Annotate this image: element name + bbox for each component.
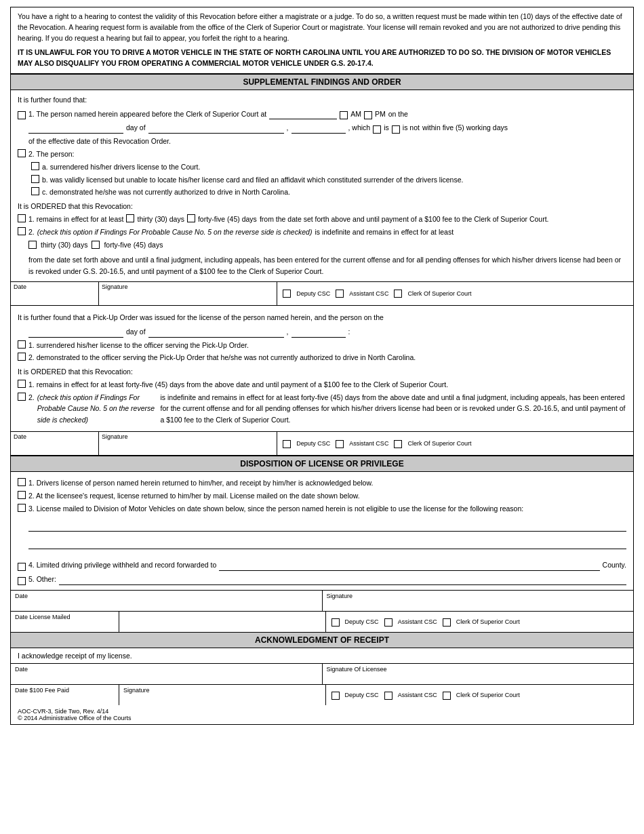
checkbox-thirty1[interactable]: [126, 214, 134, 222]
ack-sig-cell: Signature: [119, 685, 326, 705]
item1-row: 1. The person named herein appeared befo…: [18, 108, 626, 120]
ack-date-fee-paid: Date $100 Fee Paid: [11, 685, 119, 705]
sig-date-1: Date: [11, 282, 99, 305]
checkbox-is[interactable]: [373, 125, 381, 134]
disp-item3: 3. License mailed to Division of Motor V…: [28, 503, 523, 515]
item2a-label: a. surrendered his/her drivers license t…: [42, 161, 200, 173]
disp-item4-row: 4. Limited driving privilege withheld an…: [18, 559, 626, 571]
ordered1-row: 1. remains in effect for at least thirty…: [18, 214, 626, 225]
checkbox-deputy4[interactable]: [331, 692, 340, 700]
checkbox-disp2[interactable]: [18, 491, 26, 499]
disp-item4-prefix: 4. Limited driving privilege withheld an…: [28, 559, 216, 571]
checkbox-item2c[interactable]: [31, 187, 39, 195]
checkbox-deputy1[interactable]: [283, 290, 291, 298]
checkbox-item2a[interactable]: [31, 162, 39, 170]
checkbox-ordered1[interactable]: [18, 214, 26, 222]
checkbox-deputy2[interactable]: [283, 440, 291, 448]
item1-prefix: 1. The person named herein appeared befo…: [28, 108, 266, 120]
pickup-body: It is further found that a Pick-Up Order…: [11, 306, 633, 431]
checkbox-disp1[interactable]: [18, 478, 26, 486]
pickup-ordered1-row: 1. remains in effect for at least forty-…: [18, 379, 626, 391]
disp-item3-space: [18, 519, 626, 557]
item1-row3: of the effective date of this Revocation…: [18, 136, 626, 147]
disp-item2: 2. At the licensee's request, license re…: [28, 490, 360, 502]
pickup-ordered2-italic: (check this option if Findings For Proba…: [37, 392, 158, 426]
checkbox-fortyfive1[interactable]: [187, 214, 195, 222]
pickup-ordered2-row: 2. (check this option if Findings For Pr…: [18, 392, 626, 426]
disp-item3-row: 3. License mailed to Division of Motor V…: [18, 503, 626, 515]
disp-date-mailed: Date License Mailed: [11, 612, 119, 632]
checkbox-asst3[interactable]: [384, 618, 393, 627]
ack-sig-row1: Date Signature Of Licensee: [11, 663, 633, 684]
pickup-prefix-row: It is further found that a Pick-Up Order…: [18, 312, 626, 323]
item2a-row: a. surrendered his/her drivers license t…: [31, 161, 626, 173]
within-label: within five (5) working days: [422, 122, 508, 134]
notice-paragraph: You have a right to a hearing to contest…: [18, 12, 622, 42]
checkbox-is-not[interactable]: [392, 125, 400, 134]
thirty1-label: thirty (30) days: [137, 214, 184, 225]
pm-label: PM: [375, 108, 386, 120]
checkbox-am[interactable]: [340, 111, 348, 119]
ordered2-row: 2. (check this option if Findings For Pr…: [18, 226, 626, 238]
disp-item2-row: 2. At the licensee's request, license re…: [18, 490, 626, 502]
checkbox-fortyfive2[interactable]: [92, 241, 100, 249]
checkbox-disp4[interactable]: [18, 563, 26, 571]
found-that-label: It is further found that:: [18, 94, 626, 106]
which-label: , which: [348, 122, 371, 134]
checkbox-clerk3[interactable]: [443, 618, 451, 627]
ack-text: I acknowledge receipt of my license.: [18, 652, 626, 660]
disp-item4-suffix: County.: [603, 559, 626, 571]
checkbox-pickup-ordered2[interactable]: [18, 393, 26, 401]
checkbox-disp5[interactable]: [18, 577, 26, 585]
pickup-ordered-header: It is ORDERED that this Revocation:: [18, 366, 626, 378]
item1-row2: day of , , which is is not within five (…: [18, 121, 626, 134]
item2b-row: b. was validly licensed but unable to lo…: [31, 174, 626, 186]
ordered1-prefix: 1. remains in effect for at least: [28, 214, 123, 225]
ordered2-text2: from the date set forth above and until …: [28, 254, 626, 277]
checkbox-pickup1[interactable]: [18, 340, 26, 349]
checkbox-clerk1[interactable]: [394, 290, 402, 298]
thirty2-label: thirty (30) days: [41, 239, 87, 251]
disp-item1: 1. Drivers license of person named herei…: [28, 477, 373, 489]
footer-line2: © 2014 Administrative Office of the Cour…: [18, 715, 626, 721]
fortyfive1-label: forty-five (45) days: [198, 214, 257, 225]
checkbox-pickup2[interactable]: [18, 353, 26, 361]
pickup-item1-row: 1. surrendered his/her license to the of…: [18, 340, 626, 351]
checkbox-thirty2[interactable]: [28, 241, 37, 249]
sig-sig-2: Signature: [99, 432, 277, 455]
ack-body: I acknowledge receipt of my license.: [11, 648, 633, 663]
supplemental-header: SUPPLEMENTAL FINDINGS AND ORDER: [11, 74, 633, 90]
ack-date-cell: Date: [11, 664, 323, 684]
footer-line1: AOC-CVR-3, Side Two, Rev. 4/14: [18, 708, 626, 715]
item2-row: 2. The person:: [18, 148, 626, 160]
checkbox-clerk4[interactable]: [443, 692, 451, 700]
checkbox-asst2[interactable]: [336, 440, 344, 448]
checkbox-deputy3[interactable]: [331, 618, 340, 627]
fortyfive2-label: forty-five (45) days: [104, 239, 163, 251]
is-not-label: is not: [403, 122, 420, 134]
checkbox-pickup-ordered1[interactable]: [18, 380, 26, 388]
ordered2-italic: (check this option if Findings For Proba…: [37, 226, 313, 238]
ack-header: ACKNOWLEDGMENT OF RECEIPT: [11, 632, 633, 648]
sig-check-2: Deputy CSC Assistant CSC Clerk Of Superi…: [277, 432, 633, 455]
pickup-prefix: It is further found that a Pick-Up Order…: [18, 312, 384, 323]
disp-sig-blank: [119, 612, 326, 632]
item2c-label: c. demonstrated he/she was not currently…: [42, 186, 290, 198]
checkbox-ordered2[interactable]: [18, 227, 26, 235]
pickup-ordered1: 1. remains in effect for at least forty-…: [28, 379, 448, 391]
ordered1-suffix: from the date set forth above and until …: [260, 214, 549, 225]
checkbox-disp3[interactable]: [18, 504, 26, 512]
disp-item5-prefix: 5. Other:: [28, 574, 56, 585]
item2c-row: c. demonstrated he/she was not currently…: [31, 186, 626, 198]
on-the-label: on the: [388, 108, 408, 120]
checkbox-asst1[interactable]: [336, 290, 344, 298]
checkbox-pm[interactable]: [364, 111, 372, 119]
checkbox-asst4[interactable]: [384, 692, 393, 700]
supplemental-body: It is further found that: 1. The person …: [11, 90, 633, 281]
checkbox-clerk2[interactable]: [394, 440, 402, 448]
checkbox-item2b[interactable]: [31, 175, 39, 183]
checkbox-item1[interactable]: [18, 111, 26, 119]
checkbox-item2[interactable]: [18, 149, 26, 157]
sig-date-2: Date: [11, 432, 99, 455]
sig-row-1: Date Signature Deputy CSC Assistant CSC …: [11, 281, 633, 306]
